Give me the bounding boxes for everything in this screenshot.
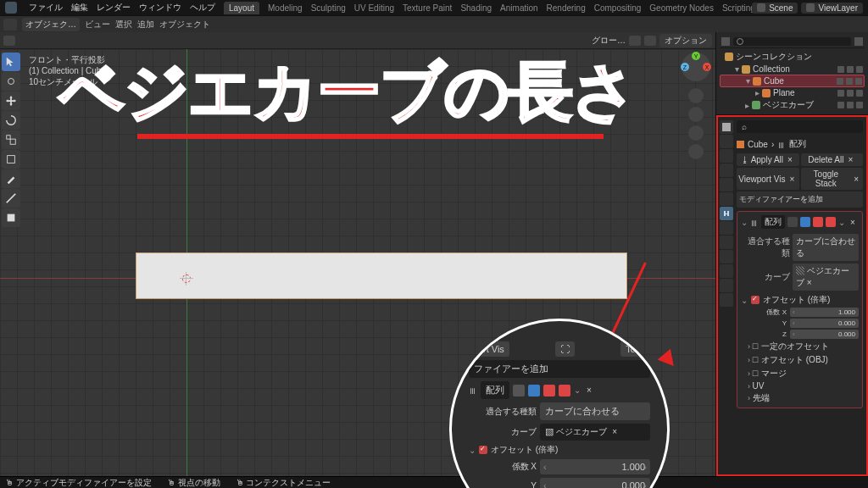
arrayed-cube-mesh[interactable] — [136, 252, 627, 299]
particle-tab[interactable] — [720, 221, 733, 235]
outliner-cube[interactable]: ▾Cube — [720, 75, 865, 87]
display-cage-icon[interactable] — [826, 217, 836, 227]
orientation-global[interactable]: グロー… — [592, 35, 626, 47]
outliner-scene-collection[interactable]: シーンコレクション — [720, 50, 865, 64]
workspace-layout[interactable]: Layout — [224, 2, 259, 14]
display-viewport-icon[interactable] — [800, 217, 810, 227]
workspace-scripting[interactable]: Scripting — [722, 3, 755, 13]
modifier-tab[interactable] — [720, 207, 733, 220]
proportional-edit-toggle[interactable] — [644, 36, 656, 46]
viewlayer-selector[interactable]: ViewLayer — [801, 3, 863, 14]
close-icon[interactable]: × — [848, 218, 858, 227]
workspace-uv[interactable]: UV Editing — [354, 3, 394, 13]
caps-section[interactable]: › 先端 — [741, 391, 859, 404]
delete-all-button[interactable]: Delete All× — [801, 153, 864, 166]
add-modifier-dropdown[interactable]: モディファイアーを追加 — [737, 191, 863, 208]
workspace-modeling[interactable]: Modeling — [268, 3, 303, 13]
zoom-gizmo-button[interactable] — [688, 88, 704, 103]
properties-tabs — [720, 120, 735, 471]
menu-add[interactable]: 追加 — [137, 19, 154, 30]
chevron-down-icon[interactable]: ⌄ — [838, 218, 845, 227]
orientation-dropdown[interactable] — [3, 36, 15, 46]
workspace-rendering[interactable]: Rendering — [547, 3, 586, 13]
constraint-tab[interactable] — [720, 250, 733, 263]
properties-search-input[interactable]: ⌕ — [737, 120, 863, 133]
outliner-search-input[interactable] — [733, 37, 851, 46]
physics-tab[interactable] — [720, 236, 733, 249]
outliner-editor-icon[interactable] — [721, 37, 730, 46]
output-tab[interactable] — [720, 135, 733, 148]
mode-dropdown[interactable]: オブジェク… — [22, 18, 80, 31]
material-tab[interactable] — [720, 279, 733, 292]
camera-gizmo-button[interactable] — [688, 125, 704, 141]
transform-tool-button[interactable] — [2, 150, 20, 169]
apply-all-button[interactable]: ⭳Apply All× — [737, 153, 799, 166]
workspace-geonodes[interactable]: Geometry Nodes — [649, 3, 714, 13]
menu-render[interactable]: レンダー — [97, 2, 131, 14]
world-tab[interactable] — [720, 178, 733, 191]
relative-offset-checkbox[interactable] — [751, 296, 760, 304]
chevron-down-icon[interactable]: ⌄ — [741, 218, 748, 227]
menu-help[interactable]: ヘルプ — [190, 2, 215, 14]
toggle-stack-button[interactable]: Toggle Stack× — [801, 168, 864, 190]
outliner-collection[interactable]: ▾Collection — [720, 64, 865, 75]
viewport-vis-button[interactable]: Viewport Vis× — [737, 168, 799, 190]
factor-x-input[interactable]: 1.000 — [790, 308, 859, 317]
close-icon[interactable]: × — [851, 175, 861, 184]
measure-tool-button[interactable] — [2, 189, 20, 208]
cursor-tool-button[interactable] — [2, 72, 20, 91]
snap-toggle[interactable] — [629, 36, 641, 46]
fit-type-dropdown[interactable]: カーブに合わせる — [793, 234, 859, 261]
annotate-tool-button[interactable] — [2, 169, 20, 188]
editor-type-icon[interactable] — [3, 19, 17, 30]
offset-header: オフセット (倍率) — [763, 294, 830, 306]
curve-picker[interactable]: ▧ ベジエカーブ × — [793, 263, 859, 291]
texture-tab[interactable] — [720, 293, 733, 307]
outliner-curve[interactable]: ▸ベジエカーブ — [720, 98, 865, 112]
outliner-plane[interactable]: ▸Plane — [720, 87, 865, 98]
scale-tool-button[interactable] — [2, 130, 20, 149]
scene-tab[interactable] — [720, 164, 733, 177]
rotate-tool-button[interactable] — [2, 111, 20, 130]
workspace-animation[interactable]: Animation — [500, 3, 537, 13]
viewlayer-tab[interactable] — [720, 149, 733, 163]
merge-section[interactable]: › ☐ マージ — [741, 366, 859, 380]
viewlayer-icon — [806, 3, 815, 12]
move-tool-button[interactable] — [2, 92, 20, 110]
scene-selector[interactable]: Scene — [752, 3, 798, 14]
pan-gizmo-button[interactable] — [688, 107, 704, 122]
constant-offset-section[interactable]: › ☐ 一定のオフセット — [741, 339, 859, 352]
nav-gizmo-icon[interactable]: XYZ — [682, 53, 710, 81]
uv-section[interactable]: › UV — [741, 380, 859, 391]
add-cube-tool-button[interactable] — [2, 208, 20, 227]
menu-file[interactable]: ファイル — [29, 2, 63, 14]
render-tab[interactable] — [720, 120, 733, 134]
data-tab[interactable] — [720, 264, 733, 278]
persp-gizmo-button[interactable] — [688, 144, 704, 159]
object-tab[interactable] — [720, 192, 733, 206]
close-icon[interactable]: × — [845, 155, 855, 164]
outliner-filter-icon[interactable] — [854, 37, 863, 46]
workspace-sculpting[interactable]: Sculpting — [311, 3, 346, 13]
menu-view[interactable]: ビュー — [85, 19, 110, 30]
workspace-compositing[interactable]: Compositing — [594, 3, 642, 13]
factor-y-input[interactable]: 0.000 — [790, 319, 859, 328]
factor-z-input[interactable]: 0.000 — [790, 330, 859, 339]
menu-select[interactable]: 選択 — [115, 19, 132, 30]
display-render-icon[interactable] — [813, 217, 823, 227]
menu-edit[interactable]: 編集 — [71, 2, 88, 14]
menu-object[interactable]: オブジェクト — [159, 19, 210, 30]
workspace-texture[interactable]: Texture Paint — [403, 3, 452, 13]
object-offset-section[interactable]: › ☐ オフセット (OBJ) — [741, 352, 859, 366]
close-icon[interactable]: × — [785, 155, 795, 164]
svg-rect-1 — [7, 136, 10, 139]
select-tool-button[interactable] — [2, 53, 20, 71]
modifier-name-input[interactable]: 配列 — [761, 215, 785, 229]
close-icon[interactable]: × — [787, 175, 797, 184]
workspace-shading[interactable]: Shading — [460, 3, 492, 13]
menu-window[interactable]: ウィンドウ — [139, 2, 181, 14]
array-icon: ⫼ — [777, 140, 786, 149]
collection-icon — [725, 53, 733, 61]
display-edit-icon[interactable] — [787, 217, 798, 227]
options-dropdown[interactable]: オプション — [659, 34, 712, 47]
